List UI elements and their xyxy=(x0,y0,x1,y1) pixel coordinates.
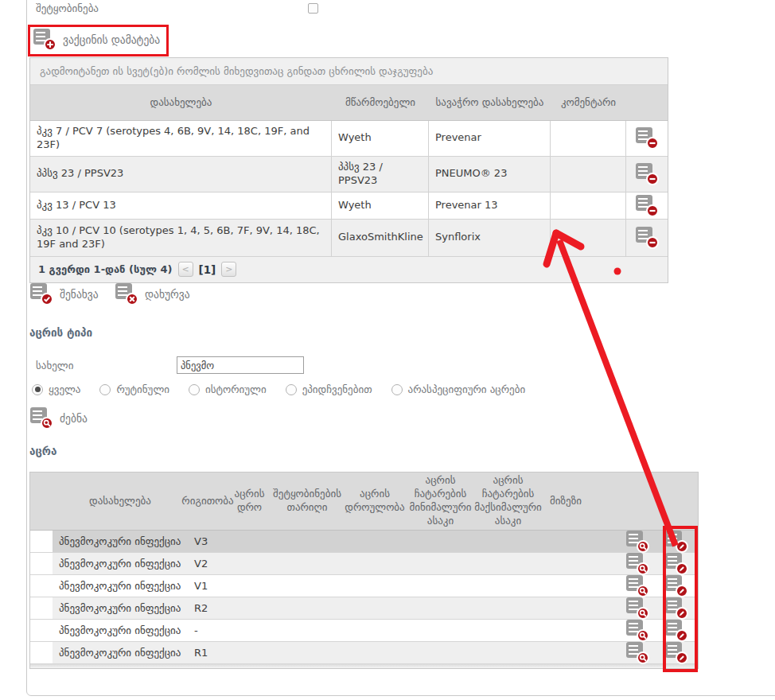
name-input[interactable] xyxy=(177,356,304,374)
radio-historical[interactable]: ისტორიული xyxy=(189,383,267,395)
radio-epidemic[interactable]: ეპიდჩვენებით xyxy=(286,383,372,395)
document-plus-icon xyxy=(33,29,56,50)
vaccination-table: დასახელება რიგითობა აცრის დრო შეტყობინებ… xyxy=(29,472,699,669)
save-label: შენახვა xyxy=(60,288,99,301)
radio-circle-icon xyxy=(32,384,43,395)
save-button[interactable]: შენახვა xyxy=(30,283,99,305)
cell-serial: R2 xyxy=(188,597,228,619)
cell-serial: V3 xyxy=(188,531,228,552)
col-header-name[interactable]: დასახელება xyxy=(53,472,188,530)
cell-name: პნევმოკოკური ინფექცია xyxy=(53,620,188,641)
edit-row-button[interactable] xyxy=(665,531,687,552)
table-row: პნევმოკოკური ინფექცია V2 xyxy=(30,553,698,575)
cell-comment xyxy=(551,192,626,219)
search-button[interactable]: ძებნა xyxy=(30,407,88,429)
table-row: პნევმოკოკური ინფექცია R2 xyxy=(30,597,698,620)
cell-comment xyxy=(551,220,626,256)
cell-serial: V1 xyxy=(188,575,228,597)
document-minus-icon xyxy=(636,195,658,216)
col-header-actions xyxy=(626,85,668,120)
table-row-selected: პნევმოკოკური ინფექცია V3 xyxy=(30,531,698,553)
edit-row-button[interactable] xyxy=(665,575,687,597)
cell-manufacturer: Wyeth xyxy=(332,121,429,156)
delete-row-button[interactable] xyxy=(636,227,658,248)
radio-routine[interactable]: რუტინული xyxy=(99,383,169,395)
notification-checkbox[interactable] xyxy=(308,3,318,14)
add-vaccine-button[interactable]: ვაქცინის დამატება xyxy=(33,29,160,50)
view-row-button[interactable] xyxy=(626,553,648,574)
table-row: პნევმოკოკური ინფექცია - xyxy=(30,620,698,642)
document-magnifier-icon xyxy=(626,597,648,619)
cell-trade-name: Prevenar 13 xyxy=(429,192,551,219)
document-magnifier-icon xyxy=(30,407,53,429)
col-header-manufacturer[interactable]: მწარმოებელი xyxy=(332,85,429,120)
group-by-hint: გადმოიტანეთ ის სვეტ(ებ)ი რომლის მიხედვით… xyxy=(30,58,668,85)
cell-name: პნევმოკოკური ინფექცია xyxy=(53,597,188,619)
document-minus-icon xyxy=(636,127,658,149)
radio-circle-icon xyxy=(391,384,403,395)
view-row-button[interactable] xyxy=(626,642,648,663)
vaccination-type-radios: ყველა რუტინული ისტორიული ეპიდჩვენებით არ… xyxy=(32,383,525,395)
document-magnifier-icon xyxy=(626,531,648,552)
col-header-timeliness[interactable]: აცრის დროულობა xyxy=(343,472,407,530)
radio-circle-icon xyxy=(99,384,111,395)
vaccination-table-header: დასახელება რიგითობა აცრის დრო შეტყობინებ… xyxy=(30,472,698,531)
document-magnifier-icon xyxy=(626,575,648,597)
document-check-icon xyxy=(30,283,53,305)
cell-trade-name: Prevenar xyxy=(429,121,551,156)
add-vaccine-annotation-rect: ვაქცინის დამატება xyxy=(28,25,169,56)
view-row-button[interactable] xyxy=(626,597,648,619)
vaccine-table: გადმოიტანეთ ის სვეტ(ებ)ი რომლის მიხედვით… xyxy=(29,57,668,283)
cell-name: პკვ 13 / PCV 13 xyxy=(30,192,332,219)
document-pencil-icon xyxy=(665,531,687,552)
cell-trade-name: PNEUMO® 23 xyxy=(429,157,551,192)
col-header-min-age[interactable]: აცრის ჩატარების მინიმალური ასაკი xyxy=(407,472,474,530)
col-header-max-age[interactable]: აცრის ჩატარების მაქსიმალური ასაკი xyxy=(474,472,542,530)
radio-nonspecific[interactable]: არასპეციფიური აცრები xyxy=(391,383,526,395)
edit-row-button[interactable] xyxy=(665,620,687,641)
pager-next-button[interactable]: > xyxy=(221,262,236,277)
edit-row-button[interactable] xyxy=(665,553,687,574)
pager-prev-button[interactable]: < xyxy=(178,262,193,277)
close-button[interactable]: დახურვა xyxy=(115,283,190,305)
document-magnifier-icon xyxy=(626,553,648,574)
delete-row-button[interactable] xyxy=(636,195,658,216)
radio-circle-icon xyxy=(286,384,297,395)
document-pencil-icon xyxy=(665,597,687,619)
name-field-label: სახელი xyxy=(36,360,73,371)
view-row-button[interactable] xyxy=(626,531,648,552)
edit-row-button[interactable] xyxy=(665,642,687,663)
col-header-vacc-time[interactable]: აცრის დრო xyxy=(228,472,271,530)
delete-row-button[interactable] xyxy=(636,127,658,149)
cell-name: პკვ 7 / PCV 7 (serotypes 4, 6B, 9V, 14, … xyxy=(30,121,332,156)
col-header-reason[interactable]: მიზეზი xyxy=(542,472,590,530)
table-row: პკვ 13 / PCV 13 Wyeth Prevenar 13 xyxy=(30,192,668,220)
col-header-comment[interactable]: კომენტარი xyxy=(551,85,626,120)
notification-label: შეტყობინება xyxy=(36,2,99,14)
document-magnifier-icon xyxy=(626,642,648,663)
cell-serial: R1 xyxy=(188,642,228,663)
radio-all[interactable]: ყველა xyxy=(32,383,80,395)
delete-row-button[interactable] xyxy=(636,163,658,185)
cell-name: პნევმოკოკური ინფექცია xyxy=(53,531,188,552)
edit-row-button[interactable] xyxy=(665,597,687,619)
vaccination-type-heading: აცრის ტიპი xyxy=(29,326,92,339)
document-cross-icon xyxy=(115,283,138,305)
radio-circle-icon xyxy=(189,384,200,395)
pager-current-page[interactable]: [1] xyxy=(199,263,216,276)
view-row-button[interactable] xyxy=(626,620,648,641)
col-header-trade-name[interactable]: სავაჭრო დასახელება xyxy=(429,85,551,120)
table-footer-strip xyxy=(30,664,698,668)
table-row: პპსვ 23 / PPSV23 პპსვ 23 / PPSV23 PNEUMO… xyxy=(30,157,668,192)
cell-trade-name: Synflorix xyxy=(429,220,551,256)
table-row: პნევმოკოკური ინფექცია R1 xyxy=(30,642,698,664)
col-header-name[interactable]: დასახელება xyxy=(30,85,332,120)
col-header-serial[interactable]: რიგითობა xyxy=(188,472,228,530)
cell-name: პკვ 10 / PCV 10 (serotypes 1, 4, 5, 6B, … xyxy=(30,220,332,256)
view-row-button[interactable] xyxy=(626,575,648,597)
table-row: პნევმოკოკური ინფექცია V1 xyxy=(30,575,698,597)
cell-comment xyxy=(551,121,626,156)
cell-manufacturer: პპსვ 23 / PPSV23 xyxy=(332,157,429,192)
search-label: ძებნა xyxy=(60,412,88,425)
col-header-notif-date[interactable]: შეტყობინების თარიღი xyxy=(271,472,343,530)
